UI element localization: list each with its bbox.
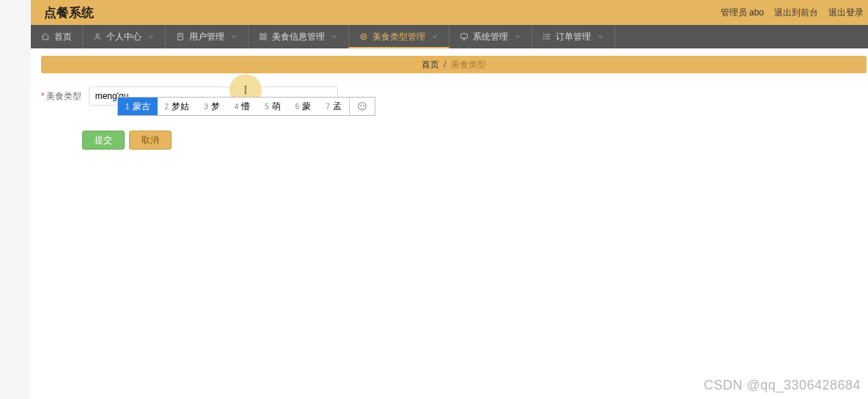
svg-point-17 bbox=[544, 37, 545, 37]
svg-rect-5 bbox=[264, 34, 266, 36]
ime-option-5[interactable]: 5萌 bbox=[257, 98, 288, 115]
ime-option-number: 5 bbox=[265, 103, 269, 111]
header-right: 管理员 abo 退出到前台 退出登录 bbox=[721, 7, 864, 19]
svg-point-0 bbox=[96, 34, 99, 37]
ime-option-2[interactable]: 2梦姑 bbox=[158, 98, 197, 115]
svg-point-18 bbox=[544, 39, 545, 40]
exit-login-link[interactable]: 退出登录 bbox=[828, 7, 864, 19]
nav-item-2[interactable]: 用户管理 bbox=[166, 25, 249, 48]
grid-icon bbox=[259, 32, 268, 41]
watermark-text: CSDN @qq_3306428684 bbox=[704, 378, 861, 393]
navbar: 首页个人中心用户管理美食信息管理美食类型管理系统管理订单管理 bbox=[31, 25, 868, 48]
ime-option-1[interactable]: 1蒙古 bbox=[118, 98, 158, 115]
svg-point-19 bbox=[358, 103, 367, 111]
breadcrumb-home[interactable]: 首页 bbox=[422, 59, 439, 71]
ime-option-number: 6 bbox=[295, 103, 300, 111]
ime-option-text: 梦姑 bbox=[172, 100, 189, 113]
breadcrumb-current: 美食类型 bbox=[451, 59, 486, 71]
nav-item-5[interactable]: 系统管理 bbox=[449, 25, 532, 48]
svg-rect-6 bbox=[260, 37, 262, 40]
app-frame: 点餐系统 管理员 abo 退出到前台 退出登录 首页个人中心用户管理美食信息管理… bbox=[31, 0, 868, 399]
button-row: 提交 取消 bbox=[82, 131, 867, 150]
nav-item-4[interactable]: 美食类型管理 bbox=[349, 25, 449, 48]
ime-option-text: 蒙 bbox=[302, 100, 311, 113]
breadcrumb-sep: / bbox=[444, 59, 446, 70]
ime-emoji-button[interactable] bbox=[350, 98, 375, 115]
required-star: * bbox=[41, 91, 45, 101]
form-area: * 美食类型 提交 取消 bbox=[41, 87, 867, 150]
svg-rect-7 bbox=[264, 37, 266, 40]
chevron-down-icon bbox=[597, 33, 604, 40]
nav-label: 美食类型管理 bbox=[372, 31, 425, 43]
ime-option-6[interactable]: 6蒙 bbox=[288, 98, 319, 115]
doc-icon bbox=[176, 32, 185, 41]
ime-option-text: 孟 bbox=[333, 100, 342, 113]
app-title: 点餐系统 bbox=[44, 4, 94, 21]
chevron-down-icon bbox=[331, 33, 338, 40]
ime-option-4[interactable]: 4懵 bbox=[227, 98, 258, 115]
nav-label: 首页 bbox=[54, 31, 72, 43]
ime-option-7[interactable]: 7孟 bbox=[318, 98, 349, 115]
chevron-down-icon bbox=[514, 33, 521, 40]
form-label: * 美食类型 bbox=[41, 90, 81, 103]
submit-button[interactable]: 提交 bbox=[82, 131, 125, 150]
nav-label: 个人中心 bbox=[106, 31, 141, 43]
svg-point-20 bbox=[361, 105, 361, 106]
nav-item-6[interactable]: 订单管理 bbox=[532, 25, 615, 48]
ime-option-number: 1 bbox=[125, 103, 130, 111]
ime-option-3[interactable]: 3梦 bbox=[196, 98, 227, 115]
field-label: 美食类型 bbox=[46, 90, 81, 103]
nav-label: 美食信息管理 bbox=[272, 31, 325, 43]
ime-option-number: 4 bbox=[235, 103, 239, 111]
nav-label: 用户管理 bbox=[189, 31, 224, 43]
ime-candidate-strip[interactable]: 1蒙古2梦姑3梦4懵5萌6蒙7孟 bbox=[117, 97, 375, 116]
svg-point-8 bbox=[361, 34, 367, 40]
svg-rect-4 bbox=[260, 34, 262, 36]
nav-label: 订单管理 bbox=[556, 31, 591, 43]
chevron-down-icon bbox=[230, 33, 238, 40]
nav-label: 系统管理 bbox=[473, 31, 508, 43]
svg-point-9 bbox=[363, 36, 365, 38]
target-icon bbox=[359, 32, 368, 41]
nav-item-3[interactable]: 美食信息管理 bbox=[249, 25, 349, 48]
app-header: 点餐系统 管理员 abo 退出到前台 退出登录 bbox=[31, 0, 868, 25]
nav-item-0[interactable]: 首页 bbox=[31, 25, 83, 48]
list-icon bbox=[542, 32, 551, 41]
ime-option-number: 2 bbox=[165, 103, 169, 111]
exit-front-link[interactable]: 退出到前台 bbox=[774, 7, 818, 19]
home-icon bbox=[41, 32, 50, 41]
svg-point-21 bbox=[363, 105, 364, 106]
chevron-down-icon bbox=[431, 33, 438, 40]
svg-point-16 bbox=[544, 34, 545, 35]
admin-link[interactable]: 管理员 abo bbox=[721, 7, 764, 19]
monitor-icon bbox=[460, 32, 468, 41]
ime-option-text: 懵 bbox=[241, 100, 250, 113]
user-icon bbox=[93, 32, 102, 41]
ime-option-number: 3 bbox=[204, 103, 208, 111]
nav-item-1[interactable]: 个人中心 bbox=[83, 25, 166, 48]
ime-option-text: 蒙古 bbox=[133, 100, 150, 113]
ime-option-text: 萌 bbox=[272, 100, 281, 113]
cancel-button[interactable]: 取消 bbox=[129, 131, 172, 150]
ime-option-number: 7 bbox=[326, 103, 330, 111]
smile-icon bbox=[357, 101, 367, 111]
ime-option-text: 梦 bbox=[211, 100, 220, 113]
chevron-down-icon bbox=[147, 33, 155, 40]
svg-rect-10 bbox=[461, 34, 468, 38]
breadcrumb: 首页 / 美食类型 bbox=[41, 56, 867, 73]
